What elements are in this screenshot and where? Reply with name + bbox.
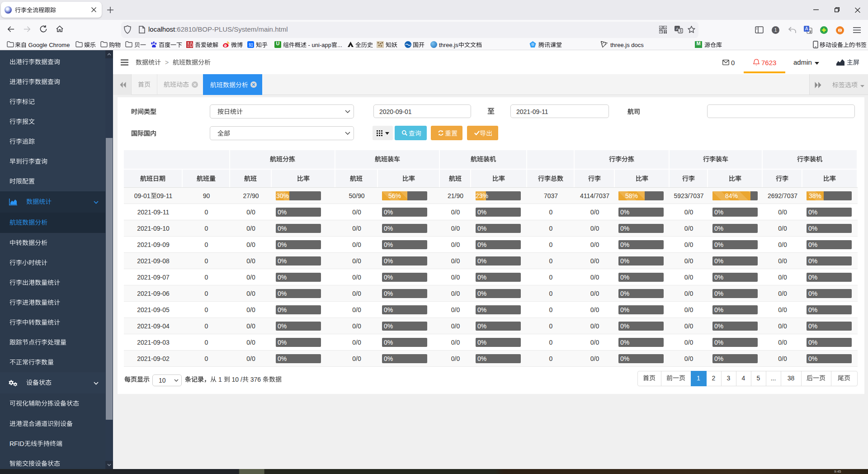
svg-text:A: A [805,26,808,31]
